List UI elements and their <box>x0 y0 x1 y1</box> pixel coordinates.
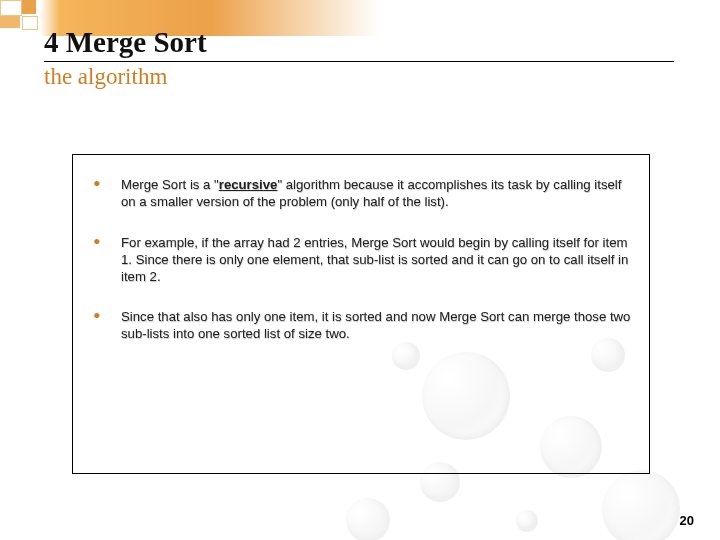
page-title: 4 Merge Sort <box>44 26 674 59</box>
list-item: • Since that also has only one item, it … <box>91 309 633 343</box>
page-number: 20 <box>680 513 694 528</box>
bullet-icon: • <box>91 177 121 191</box>
bullet-text: For example, if the array had 2 entries,… <box>121 235 633 286</box>
title-block: 4 Merge Sort the algorithm <box>44 26 674 90</box>
bullet-text-before: Merge Sort is a " <box>121 177 219 192</box>
bullet-text-before: Since that also has only one item, it is… <box>121 309 630 341</box>
content-box: • Merge Sort is a "recursive" algorithm … <box>72 154 650 474</box>
bullet-text: Merge Sort is a "recursive" algorithm be… <box>121 177 633 211</box>
bullet-text-bold: recursive <box>219 177 278 192</box>
subtitle: the algorithm <box>44 64 674 90</box>
bullet-text-before: For example, if the array had 2 entries,… <box>121 235 628 284</box>
chapter-number: 4 <box>44 26 59 58</box>
title-text: Merge Sort <box>66 26 207 58</box>
title-underline <box>44 61 674 62</box>
bullet-text: Since that also has only one item, it is… <box>121 309 633 343</box>
bullet-icon: • <box>91 309 121 323</box>
corner-decoration <box>0 0 44 44</box>
slide: 4 Merge Sort the algorithm • Merge Sort … <box>0 0 720 540</box>
list-item: • For example, if the array had 2 entrie… <box>91 235 633 286</box>
list-item: • Merge Sort is a "recursive" algorithm … <box>91 177 633 211</box>
bullet-icon: • <box>91 235 121 249</box>
